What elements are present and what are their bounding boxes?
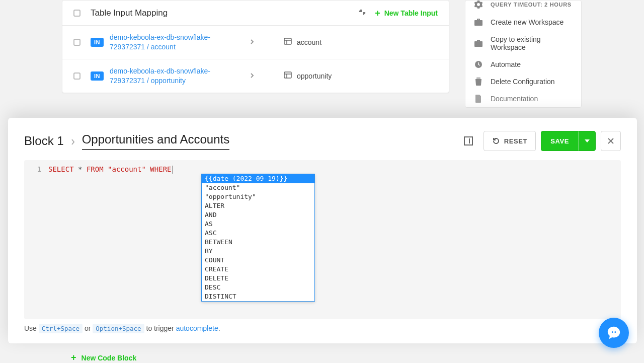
sidebar-item-delete[interactable]: Delete Configuration bbox=[465, 73, 581, 90]
kbd-ctrl-space: Ctrl+Space bbox=[39, 324, 83, 333]
trash-icon bbox=[474, 78, 482, 86]
briefcase-icon bbox=[474, 18, 482, 26]
layout-icon bbox=[464, 136, 473, 146]
plus-icon: + bbox=[375, 9, 380, 18]
chat-icon bbox=[606, 325, 621, 340]
table-row[interactable]: IN demo-keboola-ex-db-snowflake-72937237… bbox=[62, 26, 449, 59]
table-icon bbox=[284, 71, 292, 80]
sidebar-item-docs[interactable]: Documentation bbox=[465, 90, 581, 107]
collapse-icon[interactable] bbox=[359, 9, 366, 17]
section-title: Table Input Mapping bbox=[91, 8, 359, 18]
autocomplete-popup[interactable]: {{date (2022-09-19)}} "account" "opportu… bbox=[201, 174, 315, 302]
row-checkbox[interactable] bbox=[73, 39, 80, 46]
breadcrumb-block[interactable]: Block 1 bbox=[24, 134, 64, 148]
autocomplete-item[interactable]: CREATE bbox=[202, 265, 314, 274]
sidebar-item-copy-workspace[interactable]: Copy to existing Workspace bbox=[465, 31, 581, 56]
undo-icon bbox=[492, 137, 500, 145]
autocomplete-item[interactable]: "account" bbox=[202, 183, 314, 192]
code-editor-panel: Block 1 Opportunities and Accounts RESET… bbox=[8, 118, 637, 343]
reset-button[interactable]: RESET bbox=[484, 131, 536, 151]
chevron-right-icon bbox=[230, 72, 274, 80]
autocomplete-docs-link[interactable]: autocomplete bbox=[176, 324, 218, 332]
chevron-down-icon bbox=[585, 139, 590, 142]
autocomplete-item[interactable]: AND bbox=[202, 210, 314, 220]
autocomplete-item[interactable]: {{date (2022-09-19)}} bbox=[202, 174, 314, 183]
source-table-link[interactable]: demo-keboola-ex-db-snowflake-729372371 /… bbox=[110, 33, 210, 51]
sidebar-item-label: Automate bbox=[491, 60, 521, 68]
table-input-mapping-card: Table Input Mapping + New Table Input IN… bbox=[62, 0, 449, 93]
dest-table-name: opportunity bbox=[297, 72, 438, 80]
direction-badge: IN bbox=[91, 71, 104, 81]
clock-icon bbox=[474, 60, 482, 68]
autocomplete-item[interactable]: BY bbox=[202, 247, 314, 256]
chevron-right-icon bbox=[71, 134, 75, 148]
autocomplete-item[interactable]: ASC bbox=[202, 229, 314, 238]
row-checkbox[interactable] bbox=[73, 72, 80, 80]
actions-sidebar: QUERY TIMEOUT: 2 HOURS Create new Worksp… bbox=[465, 0, 582, 108]
layout-toggle-button[interactable] bbox=[458, 131, 478, 151]
help-chat-button[interactable] bbox=[599, 318, 629, 348]
save-label: SAVE bbox=[541, 137, 578, 145]
chevron-right-icon bbox=[230, 38, 274, 46]
line-number: 1 bbox=[24, 164, 48, 174]
autocomplete-item[interactable]: DISTINCT bbox=[202, 292, 314, 301]
autocomplete-hint: Use Ctrl+Space or Option+Space to trigge… bbox=[24, 324, 621, 332]
svg-rect-0 bbox=[284, 38, 291, 44]
gear-icon bbox=[474, 1, 482, 9]
close-button[interactable] bbox=[601, 131, 621, 151]
autocomplete-item[interactable]: COUNT bbox=[202, 256, 314, 265]
sidebar-item-create-workspace[interactable]: Create new Workspace bbox=[465, 14, 581, 31]
kbd-option-space: Option+Space bbox=[93, 324, 144, 333]
new-table-input-label: New Table Input bbox=[384, 9, 438, 17]
table-icon bbox=[284, 38, 292, 46]
dest-table-name: account bbox=[297, 38, 438, 46]
plus-icon: + bbox=[71, 352, 76, 363]
source-table-link[interactable]: demo-keboola-ex-db-snowflake-729372371 /… bbox=[110, 67, 210, 85]
sidebar-item-label: Documentation bbox=[491, 95, 538, 103]
close-icon bbox=[607, 137, 614, 144]
direction-badge: IN bbox=[91, 38, 104, 47]
save-dropdown-toggle[interactable] bbox=[578, 131, 595, 151]
autocomplete-item[interactable]: DELETE bbox=[202, 274, 314, 283]
code-block-name[interactable]: Opportunities and Accounts bbox=[82, 132, 230, 150]
new-table-input-button[interactable]: + New Table Input bbox=[375, 9, 438, 18]
sidebar-item-label: Delete Configuration bbox=[491, 78, 555, 86]
sidebar-item-automate[interactable]: Automate bbox=[465, 56, 581, 73]
code-line[interactable]: SELECT * FROM "account" WHERE bbox=[48, 164, 173, 174]
sidebar-item-timeout[interactable]: QUERY TIMEOUT: 2 HOURS bbox=[465, 1, 581, 14]
briefcase-icon bbox=[474, 39, 482, 47]
autocomplete-item[interactable]: "opportunity" bbox=[202, 192, 314, 201]
autocomplete-item[interactable]: ALTER bbox=[202, 201, 314, 210]
select-all-checkbox[interactable] bbox=[73, 10, 80, 17]
sql-editor[interactable]: 1 SELECT * FROM "account" WHERE {{date (… bbox=[24, 160, 621, 319]
autocomplete-item[interactable]: BETWEEN bbox=[202, 238, 314, 247]
save-button[interactable]: SAVE bbox=[541, 131, 596, 151]
sidebar-item-label: Copy to existing Workspace bbox=[491, 35, 572, 51]
autocomplete-item[interactable]: AS bbox=[202, 220, 314, 229]
new-code-block-button[interactable]: + New Code Block bbox=[71, 352, 136, 363]
autocomplete-item[interactable]: DESC bbox=[202, 283, 314, 292]
document-icon bbox=[474, 95, 482, 103]
sidebar-item-label: Create new Workspace bbox=[491, 18, 564, 26]
reset-label: RESET bbox=[504, 137, 527, 145]
table-row[interactable]: IN demo-keboola-ex-db-snowflake-72937237… bbox=[62, 59, 449, 93]
cursor bbox=[173, 166, 173, 174]
sidebar-timeout-label: QUERY TIMEOUT: 2 HOURS bbox=[491, 1, 572, 9]
svg-rect-3 bbox=[284, 72, 291, 78]
